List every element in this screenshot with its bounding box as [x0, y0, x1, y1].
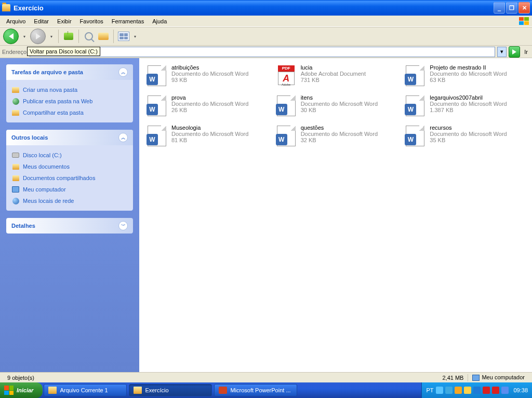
- tray-icon[interactable]: [492, 387, 499, 394]
- word-doc-icon: W: [275, 125, 298, 147]
- file-item[interactable]: WrecursosDocumento do Microsoft Word35 K…: [403, 123, 527, 148]
- task-box-details: Detalhes ︾: [6, 218, 133, 234]
- place-my-documents[interactable]: Meus documentos: [11, 161, 128, 172]
- back-button[interactable]: [3, 29, 19, 44]
- folders-button[interactable]: [98, 31, 109, 42]
- back-dropdown[interactable]: ▾: [22, 34, 27, 39]
- window-titlebar: Exercício ‗ ❐ ✕: [0, 0, 532, 16]
- svg-rect-0: [519, 17, 524, 21]
- file-item[interactable]: WProjeto de mestrado IIDocumento do Micr…: [403, 63, 527, 88]
- task-header[interactable]: Detalhes ︾: [6, 218, 133, 234]
- file-size: 32 KB: [301, 137, 378, 143]
- file-item[interactable]: WatribuiçõesDocumento do Microsoft Word9…: [144, 63, 269, 88]
- share-icon: [12, 110, 19, 116]
- task-new-folder[interactable]: Criar uma nova pasta: [11, 84, 128, 95]
- menu-ajuda[interactable]: Ajuda: [148, 17, 171, 26]
- menu-arquivo[interactable]: Arquivo: [2, 17, 30, 26]
- tray-icon[interactable]: [473, 387, 481, 394]
- maximize-button[interactable]: ❐: [506, 2, 517, 13]
- file-item[interactable]: WquestõesDocumento do Microsoft Word32 K…: [274, 123, 398, 148]
- folder-icon: [134, 387, 142, 394]
- toolbar-separator: [58, 30, 59, 43]
- taskbar: Iniciar Arquivo Corrente 1 Exercício Mic…: [0, 382, 532, 398]
- place-my-computer[interactable]: Meu computador: [11, 184, 128, 195]
- taskbar-item[interactable]: Microsoft PowerPoint ...: [214, 384, 297, 396]
- taskbar-item-label: Microsoft PowerPoint ...: [230, 387, 290, 393]
- taskbar-item-active[interactable]: Exercício: [129, 384, 212, 396]
- tray-icon[interactable]: [464, 387, 471, 394]
- file-type: Documento do Microsoft Word: [171, 101, 248, 107]
- computer-icon: [12, 186, 19, 193]
- forward-dropdown[interactable]: ▾: [49, 34, 54, 39]
- collapse-icon[interactable]: ︽: [118, 133, 128, 142]
- tray-icon[interactable]: [436, 387, 443, 394]
- task-box-file: Tarefas de arquivo e pasta ︽ Criar uma n…: [6, 64, 133, 122]
- status-objects: 9 objeto(s): [3, 375, 38, 381]
- file-item[interactable]: WprovaDocumento do Microsoft Word26 KB: [144, 93, 269, 118]
- computer-icon: [472, 375, 480, 381]
- search-button[interactable]: [83, 31, 95, 42]
- svg-rect-1: [524, 17, 529, 21]
- tray-icon[interactable]: [483, 387, 490, 394]
- task-box-places: Outros locais ︽ Disco local (C:) Meus do…: [6, 130, 133, 211]
- task-header[interactable]: Tarefas de arquivo e pasta ︽: [6, 64, 133, 80]
- views-dropdown[interactable]: ▾: [132, 34, 138, 39]
- file-list-pane[interactable]: WatribuiçõesDocumento do Microsoft Word9…: [139, 58, 532, 372]
- svg-rect-2: [519, 21, 524, 25]
- file-size: 26 KB: [171, 107, 248, 113]
- tray-icon[interactable]: [445, 387, 453, 394]
- close-button[interactable]: ✕: [518, 2, 530, 13]
- documents-icon: [12, 175, 19, 181]
- windows-logo-icon: [4, 386, 14, 395]
- task-share-folder[interactable]: Compartilhar esta pasta: [11, 107, 128, 118]
- menu-favoritos[interactable]: Favoritos: [76, 17, 108, 26]
- start-button[interactable]: Iniciar: [0, 382, 43, 398]
- address-dropdown[interactable]: ▾: [497, 47, 507, 57]
- task-link-label: Criar uma nova pasta: [23, 87, 77, 93]
- expand-icon[interactable]: ︾: [118, 221, 128, 230]
- window-title: Exercício: [14, 4, 494, 12]
- word-doc-icon: W: [145, 94, 168, 117]
- file-type: Documento do Microsoft Word: [301, 131, 378, 137]
- menu-exibir[interactable]: Exibir: [53, 17, 76, 26]
- file-item[interactable]: PDFAAdobeluciaAdobe Acrobat Document731 …: [274, 63, 398, 88]
- disk-icon: [12, 153, 19, 158]
- file-size: 731 KB: [301, 77, 366, 83]
- toolbar: ▾ ▾ ▾: [0, 27, 532, 46]
- minimize-button[interactable]: ‗: [494, 2, 505, 13]
- menu-bar: Arquivo Editar Exibir Favoritos Ferramen…: [0, 16, 532, 27]
- task-link-label: Meus locais de rede: [23, 198, 74, 204]
- taskbar-item[interactable]: Arquivo Corrente 1: [44, 384, 127, 396]
- word-doc-icon: W: [275, 94, 298, 117]
- file-item[interactable]: WitensDocumento do Microsoft Word30 KB: [274, 93, 398, 118]
- menu-ferramentas[interactable]: Ferramentas: [108, 17, 148, 26]
- file-item[interactable]: Wlegarquivos2007abrilDocumento do Micros…: [403, 93, 527, 118]
- task-publish-web[interactable]: Publicar esta pasta na Web: [11, 95, 128, 107]
- status-bar: 9 objeto(s) 2,41 MB Meu computador: [0, 372, 532, 382]
- file-name: legarquivos2007abril: [430, 94, 507, 101]
- tasks-panel: Tarefas de arquivo e pasta ︽ Criar uma n…: [0, 58, 139, 372]
- file-name: Projeto de mestrado II: [430, 64, 507, 71]
- tray-icon[interactable]: [501, 387, 509, 394]
- word-doc-icon: W: [145, 64, 168, 87]
- file-size: 93 KB: [171, 77, 248, 83]
- task-link-label: Documentos compartilhados: [23, 175, 95, 181]
- clock[interactable]: 09:38: [513, 387, 528, 393]
- word-doc-icon: W: [404, 94, 427, 117]
- tray-icon[interactable]: [455, 387, 462, 394]
- task-header[interactable]: Outros locais ︽: [6, 130, 133, 145]
- svg-rect-3: [524, 21, 529, 25]
- file-item[interactable]: WMuseologiaDocumento do Microsoft Word81…: [144, 123, 269, 148]
- go-button[interactable]: [509, 46, 520, 58]
- views-button[interactable]: [118, 31, 129, 42]
- place-shared-docs[interactable]: Documentos compartilhados: [11, 172, 128, 184]
- collapse-icon[interactable]: ︽: [118, 67, 128, 77]
- place-network[interactable]: Meus locais de rede: [11, 195, 128, 207]
- menu-editar[interactable]: Editar: [30, 17, 53, 26]
- language-indicator[interactable]: PT: [426, 387, 433, 393]
- file-size: 63 KB: [430, 77, 507, 83]
- forward-button[interactable]: [30, 29, 46, 44]
- place-local-disk[interactable]: Disco local (C:): [11, 149, 128, 161]
- file-size: 35 KB: [430, 137, 507, 143]
- up-folder-button[interactable]: [63, 31, 74, 42]
